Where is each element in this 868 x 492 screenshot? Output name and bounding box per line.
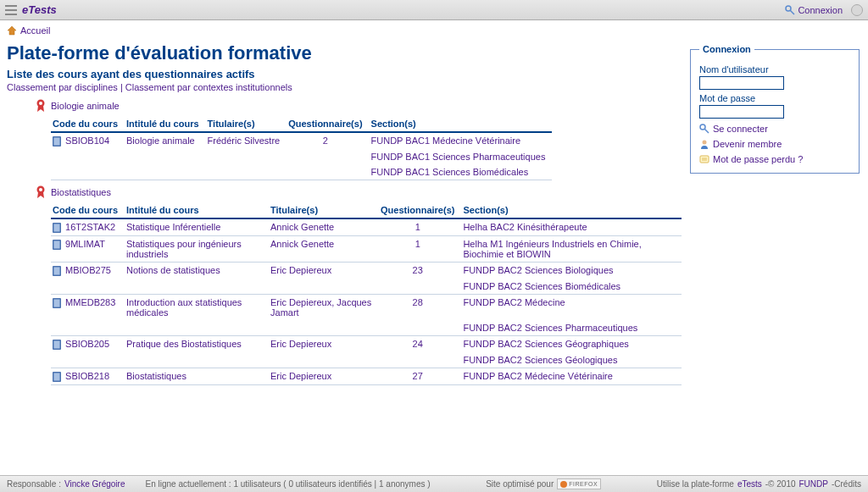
table-row: 9MLIMATStatistiques pour ingénieurs indu… xyxy=(51,236,682,263)
col-title: Intitulé du cours xyxy=(125,202,269,218)
course-holders[interactable]: Eric Depiereux xyxy=(270,265,331,275)
login-submit[interactable]: Se connecter xyxy=(713,124,768,134)
table-row: SBIOB104Biologie animaleFrédéric Silvest… xyxy=(51,132,552,149)
course-title-link[interactable]: Statistiques pour ingénieurs industriels xyxy=(126,239,242,259)
col-title: Intitulé du cours xyxy=(125,116,206,132)
course-quizzes[interactable]: 24 xyxy=(413,339,423,349)
courses-table: Code du coursIntitulé du coursTitulaire(… xyxy=(51,202,682,385)
svg-rect-19 xyxy=(54,300,60,307)
svg-rect-13 xyxy=(54,224,60,232)
footer-uses1: Utilise la plate-forme xyxy=(657,479,734,489)
table-row: SBIOB218BiostatistiquesEric Depiereux27F… xyxy=(51,368,682,385)
discipline-header: Biologie animale xyxy=(36,99,683,113)
sort-by-discipline[interactable]: Classement par disciplines xyxy=(7,82,118,92)
svg-point-26 xyxy=(703,141,707,145)
note-icon xyxy=(699,154,709,164)
book-icon xyxy=(53,298,61,308)
courses-table: Code du coursIntitulé du coursTitulaire(… xyxy=(51,116,552,180)
table-row: FUNDP BAC2 Sciences Géologiques xyxy=(51,352,682,368)
svg-rect-21 xyxy=(54,341,60,349)
footer-resp-name[interactable]: Vincke Grégoire xyxy=(64,479,125,489)
course-quizzes[interactable]: 23 xyxy=(413,265,423,275)
course-holders[interactable]: Annick Genette xyxy=(270,239,334,249)
discipline-link[interactable]: Biologie animale xyxy=(51,101,120,111)
course-title-link[interactable]: Biostatistiques xyxy=(126,371,186,381)
course-holders[interactable]: Frédéric Silvestre xyxy=(208,135,281,146)
course-section[interactable]: Helha BAC2 Kinésithérapeute xyxy=(463,222,587,232)
discipline-header: Biostatistiques xyxy=(36,185,683,199)
home-icon xyxy=(7,25,17,36)
titlebar-left: eTests xyxy=(5,3,57,16)
table-row: FUNDP BAC1 Sciences Biomédicales xyxy=(51,164,552,180)
course-quizzes[interactable]: 1 xyxy=(415,222,420,232)
firefox-badge[interactable]: FIREFOX xyxy=(557,478,601,489)
login-key-icon xyxy=(699,124,709,134)
book-icon xyxy=(53,266,61,276)
main: Plate-forme d'évaluation formative Liste… xyxy=(0,41,868,392)
footer-fundp[interactable]: FUNDP xyxy=(799,479,828,489)
lost-password-link[interactable]: Mot de passe perdu ? xyxy=(713,154,803,164)
titlebar-login-label: Connexion xyxy=(798,5,843,15)
help-icon[interactable] xyxy=(851,4,863,16)
course-title-link[interactable]: Statistique Inférentielle xyxy=(126,222,220,232)
svg-rect-9 xyxy=(54,138,60,146)
ribbon-icon xyxy=(36,185,46,199)
course-quizzes[interactable]: 27 xyxy=(413,371,423,381)
app-menu-icon[interactable] xyxy=(5,4,17,16)
course-section[interactable]: FUNDP BAC1 Médecine Vétérinaire xyxy=(371,135,520,146)
titlebar-login-link[interactable]: Connexion xyxy=(785,5,843,15)
course-holders[interactable]: Annick Genette xyxy=(270,222,334,232)
course-section[interactable]: FUNDP BAC2 Sciences Géologiques xyxy=(463,355,617,365)
course-quizzes[interactable]: 1 xyxy=(415,239,420,249)
book-icon xyxy=(53,240,61,250)
course-code-link[interactable]: SBIOB218 xyxy=(65,371,109,381)
register-row: Devenir membre xyxy=(699,139,850,149)
login-submit-row: Se connecter xyxy=(699,124,850,134)
course-quizzes[interactable]: 28 xyxy=(413,297,423,307)
course-section[interactable]: FUNDP BAC1 Sciences Pharmaceutiques xyxy=(371,152,546,162)
course-code-link[interactable]: 9MLIMAT xyxy=(65,239,105,249)
course-code-link[interactable]: SBIOB104 xyxy=(65,135,109,146)
course-section[interactable]: FUNDP BAC2 Sciences Biologiques xyxy=(463,265,613,275)
footer-online: En ligne actuellement : 1 utilisateurs (… xyxy=(145,479,430,489)
svg-rect-23 xyxy=(54,373,60,381)
col-code: Code du cours xyxy=(51,116,125,132)
sidebar: Connexion Nom d'utilisateur Mot de passe… xyxy=(690,41,868,174)
course-holders[interactable]: Eric Depiereux xyxy=(270,339,331,349)
breadcrumb-home[interactable]: Accueil xyxy=(20,25,50,36)
course-section[interactable]: FUNDP BAC2 Médecine xyxy=(463,297,565,307)
course-code-link[interactable]: MBIOB275 xyxy=(65,265,111,275)
course-code-link[interactable]: MMEDB283 xyxy=(65,297,115,307)
course-title-link[interactable]: Introduction aux statistiques médicales xyxy=(126,297,242,318)
course-quizzes[interactable]: 2 xyxy=(323,135,328,146)
username-input[interactable] xyxy=(699,76,784,90)
course-holders[interactable]: Eric Depiereux xyxy=(270,371,331,381)
course-holders[interactable]: Eric Depiereux, Jacques Jamart xyxy=(270,297,371,318)
discipline-link[interactable]: Biostatistiques xyxy=(51,187,111,197)
course-section[interactable]: FUNDP BAC2 Sciences Biomédicales xyxy=(463,281,620,291)
course-section[interactable]: FUNDP BAC2 Sciences Géographiques xyxy=(463,339,628,349)
table-row: SBIOB205Pratique des BiostatistiquesEric… xyxy=(51,336,682,353)
svg-point-7 xyxy=(39,102,42,105)
course-title-link[interactable]: Biologie animale xyxy=(126,135,195,146)
svg-rect-27 xyxy=(700,156,709,163)
svg-line-4 xyxy=(790,10,794,14)
course-section[interactable]: FUNDP BAC2 Médecine Vétérinaire xyxy=(463,371,612,381)
course-section[interactable]: Helha M1 Ingénieurs Industriels en Chimi… xyxy=(463,239,641,259)
course-title-link[interactable]: Pratique des Biostatistiques xyxy=(126,339,242,349)
course-section[interactable]: FUNDP BAC1 Sciences Biomédicales xyxy=(371,167,529,177)
course-title-link[interactable]: Notions de statistiques xyxy=(126,265,220,275)
col-quizzes: Questionnaire(s) xyxy=(287,116,369,132)
col-quizzes: Questionnaire(s) xyxy=(379,202,461,218)
course-code-link[interactable]: SBIOB205 xyxy=(65,339,109,349)
course-section[interactable]: FUNDP BAC2 Sciences Pharmaceutiques xyxy=(463,323,637,333)
footer-etests[interactable]: eTests xyxy=(737,479,762,489)
sort-by-context[interactable]: Classement par contextes institutionnels xyxy=(125,82,292,92)
breadcrumb: Accueil xyxy=(0,20,868,41)
password-input[interactable] xyxy=(699,105,784,119)
col-sections: Section(s) xyxy=(461,202,682,218)
footer-resp-label: Responsable : xyxy=(7,479,61,489)
register-link[interactable]: Devenir membre xyxy=(713,139,782,149)
course-code-link[interactable]: 16T2STAK2 xyxy=(65,222,115,232)
ribbon-icon xyxy=(36,99,46,113)
